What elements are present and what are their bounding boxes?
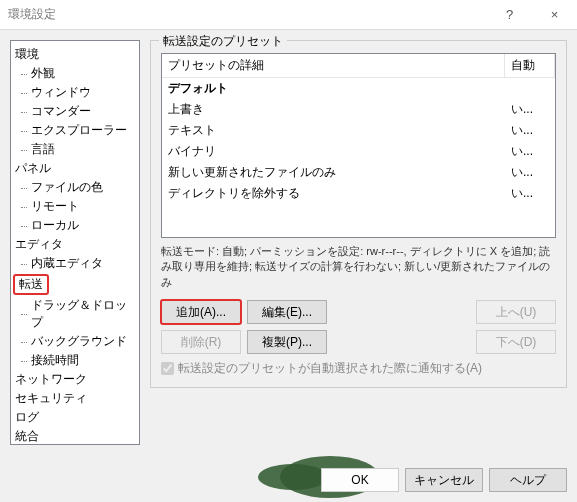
tree-item[interactable]: 内蔵エディタ [13,254,137,273]
tree-item[interactable]: 転送 [13,273,137,296]
tree-item[interactable]: リモート [13,197,137,216]
tree-item[interactable]: ネットワーク [13,370,137,389]
col-preset-name[interactable]: プリセットの詳細 [162,54,505,77]
annotation-highlight [258,464,328,490]
tree-item[interactable]: ドラッグ＆ドロップ [13,296,137,332]
list-item[interactable]: デフォルト [162,78,555,99]
delete-button[interactable]: 削除(R) [161,330,241,354]
edit-button[interactable]: 編集(E)... [247,300,327,324]
tree-item[interactable]: 統合 [13,427,137,445]
preset-auto: い... [505,163,555,182]
list-item[interactable]: ディレクトリを除外するい... [162,183,555,204]
tree-item-selected[interactable]: 転送 [13,274,49,295]
add-button[interactable]: 追加(A)... [161,300,241,324]
tree-item[interactable]: ログ [13,408,137,427]
close-icon[interactable]: × [532,0,577,30]
preset-name: 新しい更新されたファイルのみ [162,163,505,182]
tree-item[interactable]: エディタ [13,235,137,254]
help-button[interactable]: ヘルプ [489,468,567,492]
dialog-buttons: OK キャンセル ヘルプ [150,458,567,492]
notify-label: 転送設定のプリセットが自動選択された際に通知する(A) [178,360,482,377]
transfer-presets-group: 転送設定のプリセット プリセットの詳細 自動 デフォルト上書きい...テキストい… [150,40,567,388]
preset-description: 転送モード: 自動; パーミッションを設定: rw-r--r--, ディレクトリ… [161,244,556,290]
preset-name: バイナリ [162,142,505,161]
tree-item[interactable]: エクスプローラー [13,121,137,140]
nav-tree[interactable]: 環境外観ウィンドウコマンダーエクスプローラー言語パネルファイルの色リモートローカ… [10,40,140,445]
up-button[interactable]: 上へ(U) [476,300,556,324]
notify-checkbox[interactable] [161,362,174,375]
down-button[interactable]: 下へ(D) [476,330,556,354]
preset-name: 上書き [162,100,505,119]
ok-button[interactable]: OK [321,468,399,492]
cancel-button[interactable]: キャンセル [405,468,483,492]
tree-item[interactable]: セキュリティ [13,389,137,408]
col-auto[interactable]: 自動 [505,54,555,77]
preset-name: ディレクトリを除外する [162,184,505,203]
preset-auto: い... [505,100,555,119]
help-icon[interactable]: ? [487,0,532,30]
preset-auto: い... [505,142,555,161]
list-header: プリセットの詳細 自動 [162,54,555,78]
window-title: 環境設定 [8,6,487,23]
preset-list[interactable]: プリセットの詳細 自動 デフォルト上書きい...テキストい...バイナリい...… [161,53,556,238]
tree-item[interactable]: 外観 [13,64,137,83]
tree-item[interactable]: ローカル [13,216,137,235]
preset-auto [505,79,555,98]
list-item[interactable]: テキストい... [162,120,555,141]
tree-item[interactable]: 言語 [13,140,137,159]
tree-item[interactable]: 環境 [13,45,137,64]
preset-name: テキスト [162,121,505,140]
list-item[interactable]: バイナリい... [162,141,555,162]
tree-item[interactable]: 接続時間 [13,351,137,370]
preset-name: デフォルト [162,79,505,98]
group-title: 転送設定のプリセット [159,33,287,50]
tree-item[interactable]: バックグラウンド [13,332,137,351]
tree-item[interactable]: ウィンドウ [13,83,137,102]
preset-auto: い... [505,121,555,140]
list-item[interactable]: 新しい更新されたファイルのみい... [162,162,555,183]
tree-item[interactable]: ファイルの色 [13,178,137,197]
tree-item[interactable]: コマンダー [13,102,137,121]
duplicate-button[interactable]: 複製(P)... [247,330,327,354]
titlebar: 環境設定 ? × [0,0,577,30]
tree-item[interactable]: パネル [13,159,137,178]
list-item[interactable]: 上書きい... [162,99,555,120]
preset-auto: い... [505,184,555,203]
